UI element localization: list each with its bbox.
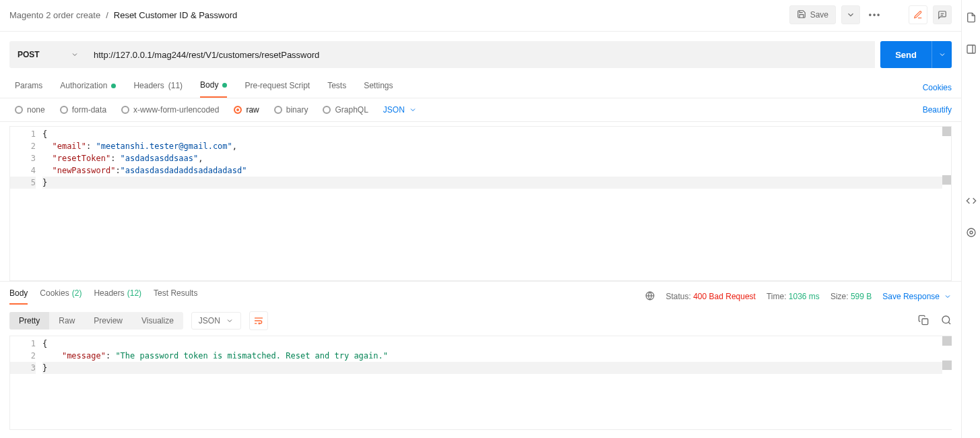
response-toolbar: Pretty Raw Preview Visualize JSON [0,305,961,336]
copy-button[interactable] [918,315,929,327]
request-body-editor[interactable]: 1 2 3 4 5 { "email": "meetanshi.tester@g… [9,126,952,281]
url-input[interactable]: http://127.0.0.1/mag244/rest/V1/customer… [87,41,875,68]
tab-params[interactable]: Params [15,77,42,98]
breadcrumb-parent[interactable]: Magento 2 order create [9,10,100,20]
body-type-none[interactable]: none [15,105,45,115]
info-icon[interactable] [966,227,977,240]
time-group: Time: 1036 ms [766,292,820,301]
response-view-segment: Pretty Raw Preview Visualize [9,312,183,330]
line-gutter: 1 2 3 4 5 [10,127,42,280]
chevron-down-icon [71,51,79,59]
scrollbar-vertical[interactable] [942,127,952,280]
request-tabs: Params Authorization Headers (11) Body P… [0,77,961,98]
view-pretty[interactable]: Pretty [9,312,49,330]
save-label: Save [810,10,828,20]
right-sidebar [961,0,980,438]
code-content: { "message": "The password token is mism… [42,336,951,429]
header-bar: Magento 2 order create / Reset Customer … [0,0,961,32]
tab-tests[interactable]: Tests [327,77,346,98]
tab-headers[interactable]: Headers (11) [133,77,183,98]
tab-body[interactable]: Body [200,77,227,98]
dots-icon: ••• [869,10,882,20]
save-button[interactable]: Save [789,5,836,24]
code-icon[interactable] [966,195,977,208]
chevron-down-icon [226,317,234,325]
sidebar-collapse-icon[interactable] [966,44,977,57]
svg-point-7 [942,316,950,323]
save-icon [797,9,806,21]
breadcrumb-current: Reset Customer ID & Password [114,10,238,20]
docs-icon[interactable] [966,12,977,25]
line-gutter: 1 2 3 [10,336,42,429]
code-content[interactable]: { "email": "meetanshi.tester@gmail.com",… [42,127,951,280]
view-preview[interactable]: Preview [84,312,132,330]
status-dot-icon [222,83,227,88]
response-tab-headers[interactable]: Headers(12) [94,288,141,305]
comment-button[interactable] [933,5,952,24]
method-label: POST [18,50,40,59]
chevron-down-icon [409,106,417,114]
network-icon[interactable] [645,291,655,303]
response-tab-cookies[interactable]: Cookies(2) [40,288,81,305]
body-language-select[interactable]: JSON [383,105,417,115]
wrap-icon [253,315,264,326]
response-tab-tests[interactable]: Test Results [154,288,197,305]
tab-settings[interactable]: Settings [364,77,393,98]
send-dropdown-button[interactable] [932,41,952,68]
body-type-form-data[interactable]: form-data [60,105,106,115]
tab-prerequest[interactable]: Pre-request Script [244,77,310,98]
status-dot-icon [111,84,116,88]
svg-rect-6 [922,319,928,325]
chevron-down-icon [944,292,952,301]
beautify-button[interactable]: Beautify [923,105,952,115]
edit-button[interactable] [909,5,927,24]
body-type-raw[interactable]: raw [234,105,259,115]
body-type-graphql[interactable]: GraphQL [323,105,368,115]
size-group: Size: 599 B [830,292,872,301]
svg-rect-9 [967,45,975,53]
url-bar: POST http://127.0.0.1/mag244/rest/V1/cus… [0,32,961,77]
cookies-link[interactable]: Cookies [923,83,952,92]
svg-point-12 [967,228,975,237]
status-group: Status: 400 Bad Request [665,292,755,301]
breadcrumb-sep: / [106,10,108,20]
body-type-row: none form-data x-www-form-urlencoded raw… [0,98,961,122]
more-actions-button[interactable]: ••• [865,5,884,24]
save-dropdown-button[interactable] [841,5,860,24]
search-button[interactable] [941,315,952,327]
response-format-select[interactable]: JSON [191,312,241,330]
chevron-down-icon [938,51,946,59]
send-button[interactable]: Send [880,41,932,68]
method-select[interactable]: POST [9,41,87,68]
svg-point-11 [970,231,973,234]
wrap-lines-button[interactable] [249,311,268,330]
body-type-binary[interactable]: binary [274,105,308,115]
view-visualize[interactable]: Visualize [132,312,183,330]
scrollbar-vertical[interactable] [942,336,952,429]
response-tab-body[interactable]: Body [9,288,28,305]
tab-authorization[interactable]: Authorization [60,77,116,98]
response-body-editor[interactable]: 1 2 3 { "message": "The password token i… [9,336,952,430]
response-header: Body Cookies(2) Headers(12) Test Results… [0,281,961,305]
save-response-button[interactable]: Save Response [882,292,952,301]
view-raw[interactable]: Raw [49,312,84,330]
body-type-xwww[interactable]: x-www-form-urlencoded [121,105,219,115]
svg-line-8 [948,322,950,324]
